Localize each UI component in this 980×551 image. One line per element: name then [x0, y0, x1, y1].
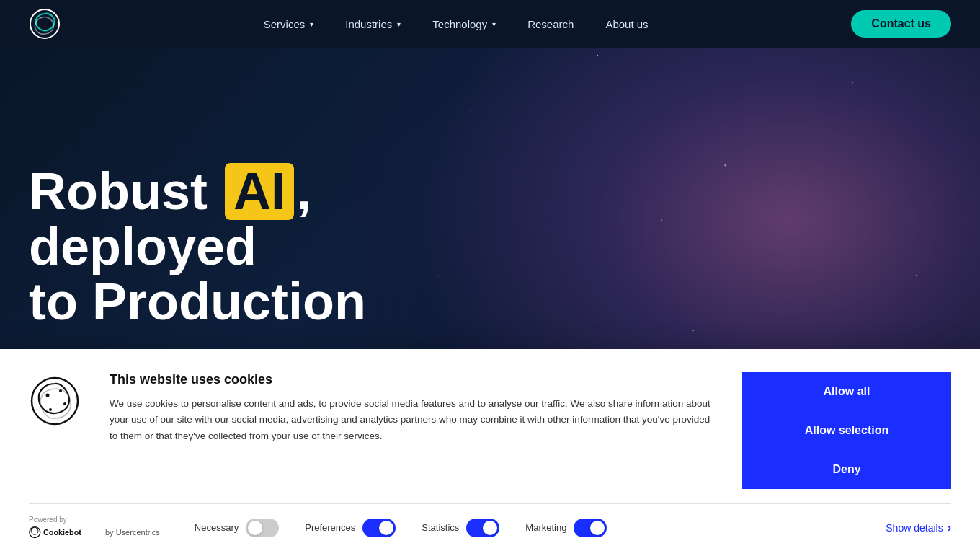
services-chevron-icon: ▾ [310, 20, 313, 28]
nav-services[interactable]: Services ▾ [251, 12, 327, 36]
toggle-preferences: Preferences [305, 519, 396, 537]
chevron-right-icon: › [948, 521, 951, 534]
svg-point-2 [46, 394, 50, 397]
contact-button[interactable]: Contact us [851, 10, 951, 38]
marketing-label: Marketing [525, 522, 566, 533]
toggle-necessary: Necessary [195, 519, 279, 537]
nav-industries[interactable]: Industries ▾ [332, 12, 414, 36]
ai-badge: AI [225, 163, 294, 221]
cookie-buttons: Allow all Allow selection Deny [742, 372, 951, 489]
cookie-title: This website uses cookies [110, 372, 713, 387]
cookie-description: We use cookies to personalise content an… [110, 396, 713, 444]
toggle-marketing: Marketing [525, 519, 607, 537]
cookie-toggles: Necessary Preferences Statistics Marketi… [195, 519, 851, 537]
cookie-logo [29, 372, 81, 427]
svg-point-6 [30, 527, 40, 538]
svg-point-3 [59, 389, 62, 392]
cookie-powered-by: Powered by Cookiebot by Usercentrics by … [29, 516, 160, 539]
preferences-label: Preferences [305, 522, 355, 533]
allow-selection-button[interactable]: Allow selection [742, 411, 951, 450]
svg-point-5 [49, 408, 52, 411]
hero-title: Robust AI, deployed to Production [29, 163, 519, 330]
technology-chevron-icon: ▾ [492, 20, 496, 28]
navbar: Services ▾ Industries ▾ Technology ▾ Res… [0, 0, 980, 48]
show-details-link[interactable]: Show details › [886, 521, 951, 534]
cookie-banner: This website uses cookies We use cookies… [0, 349, 980, 551]
nav-about[interactable]: About us [592, 12, 661, 36]
cookie-bottom: Powered by Cookiebot by Usercentrics by … [0, 504, 980, 551]
powered-by-label: Powered by [29, 516, 67, 524]
marketing-toggle[interactable] [574, 519, 607, 537]
necessary-toggle[interactable] [246, 519, 279, 537]
necessary-label: Necessary [195, 522, 239, 533]
cookiebot-logo: Cookiebot by Usercentrics by Usercentric… [29, 525, 160, 539]
cookie-top: This website uses cookies We use cookies… [0, 349, 980, 503]
usercentrics-label: by Usercentrics [105, 528, 160, 537]
nav-research[interactable]: Research [514, 12, 587, 36]
deny-button[interactable]: Deny [742, 450, 951, 489]
svg-point-4 [63, 402, 66, 405]
toggle-statistics: Statistics [422, 519, 499, 537]
nav-links: Services ▾ Industries ▾ Technology ▾ Res… [251, 12, 662, 36]
statistics-toggle[interactable] [466, 519, 499, 537]
cookie-text: This website uses cookies We use cookies… [110, 372, 713, 444]
logo[interactable] [29, 8, 61, 40]
allow-all-button[interactable]: Allow all [742, 372, 951, 411]
statistics-label: Statistics [422, 522, 459, 533]
nav-technology[interactable]: Technology ▾ [419, 12, 509, 36]
industries-chevron-icon: ▾ [397, 20, 401, 28]
preferences-toggle[interactable] [362, 519, 396, 537]
